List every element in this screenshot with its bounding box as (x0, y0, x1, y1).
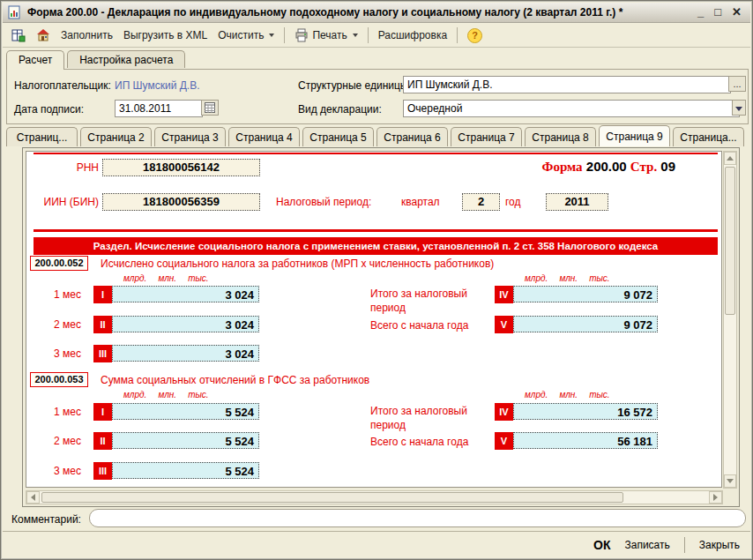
scroll-right-button[interactable] (709, 491, 722, 504)
units-header: млрд. млн. тыс. (123, 390, 209, 399)
toolbar-separator (457, 27, 458, 43)
month-value-field[interactable]: 3 024 (112, 345, 259, 362)
ok-button[interactable]: ОК (593, 538, 610, 552)
print-button[interactable]: Печать (290, 26, 362, 45)
tab-page-6[interactable]: Страница 6 (376, 127, 448, 146)
roman-badge: V (495, 316, 513, 333)
total-value-field[interactable]: 9 072 (513, 286, 658, 302)
year-label: год (505, 196, 521, 208)
print-button-label: Печать (312, 29, 347, 41)
structural-units-more-button[interactable]: ... (728, 76, 746, 92)
tab-page-5[interactable]: Страница 5 (302, 127, 374, 146)
top-rule (34, 153, 718, 154)
chevron-down-icon (735, 107, 742, 111)
quarter-field[interactable]: 2 (462, 193, 500, 211)
scroll-down-button[interactable] (724, 474, 736, 488)
scroll-left-button[interactable] (26, 491, 40, 504)
comment-label: Комментарий: (11, 513, 81, 526)
section-title: Исчислено социального налога за работник… (101, 258, 494, 270)
calendar-icon (205, 102, 216, 114)
section-code-box: 200.00.053 (30, 372, 88, 387)
tab-page-8[interactable]: Страница 8 (525, 127, 596, 146)
total-value-field[interactable]: 56 181 (513, 432, 658, 449)
horizontal-scroll-thumb[interactable] (41, 492, 623, 503)
month-label: 1 мес (26, 406, 81, 418)
maximize-button[interactable]: □ (714, 6, 721, 19)
tab-page-3[interactable]: Страница 3 (154, 127, 226, 146)
year-field[interactable]: 2011 (546, 193, 608, 211)
total-ytd-label: Всего с начала года (370, 435, 494, 449)
title-bar[interactable]: Форма 200.00 - Декларация по индивидуаль… (3, 3, 750, 23)
toolbar-separator (284, 27, 285, 43)
taxpayer-link[interactable]: ИП Шумский Д.В. (115, 79, 200, 92)
close-button[interactable]: ✕ (732, 6, 742, 19)
horizontal-scrollbar[interactable] (26, 490, 723, 504)
comment-input[interactable] (89, 509, 746, 527)
scroll-up-button[interactable] (724, 152, 736, 165)
taxpayer-label: Налогоплательщик: (14, 79, 111, 92)
decrypt-button[interactable]: Расшифровка (374, 26, 451, 44)
tab-page-1[interactable]: Страниц... (6, 127, 78, 146)
chevron-down-icon (269, 34, 274, 37)
roman-badge: V (495, 432, 513, 450)
vertical-scroll-thumb[interactable] (725, 167, 735, 315)
journal-button[interactable] (7, 26, 30, 45)
tab-page-7[interactable]: Страница 7 (451, 127, 522, 146)
clear-button-label: Очистить (218, 29, 264, 41)
export-xml-label: Выгрузить в XML (123, 29, 207, 41)
export-xml-button[interactable]: Выгрузить в XML (119, 26, 212, 44)
units-ths: тыс. (188, 273, 208, 283)
iin-field[interactable]: 181800056359 (102, 193, 260, 211)
iin-label: ИИН (БИН) (26, 196, 99, 208)
month-value-field[interactable]: 5 524 (112, 403, 259, 420)
month-value-field[interactable]: 5 524 (112, 432, 259, 449)
section-rule (34, 229, 718, 232)
declaration-type-select[interactable]: Очередной (403, 100, 740, 117)
section-banner: Раздел. Исчисление социального налога с … (34, 237, 718, 255)
rnn-field[interactable]: 181800056142 (102, 159, 260, 176)
save-button[interactable]: Записать (625, 539, 670, 551)
structural-units-field[interactable]: ИП Шумский Д.В. (403, 76, 731, 93)
vertical-scrollbar[interactable] (723, 151, 737, 489)
printer-icon (294, 28, 309, 42)
toolbar: Заполнить Выгрузить в XML Очистить Печат… (3, 24, 750, 48)
total-value-field[interactable]: 16 572 (513, 403, 658, 420)
close-form-button[interactable]: Закрыть (699, 539, 740, 551)
tab-page-10[interactable]: Страница... (673, 127, 744, 146)
tab-calculation[interactable]: Расчет (6, 50, 64, 70)
journal-icon (11, 28, 26, 42)
calendar-button[interactable] (201, 100, 219, 116)
units-mln: млн. (559, 390, 578, 399)
fill-button[interactable]: Заполнить (56, 26, 117, 44)
minimize-button[interactable]: _ (697, 6, 704, 19)
total-value-field[interactable]: 9 072 (513, 316, 658, 332)
month-label: 1 мес (26, 288, 81, 301)
month-label: 3 мес (26, 347, 81, 360)
roman-badge: I (93, 403, 112, 421)
month-value-field[interactable]: 5 524 (112, 462, 259, 479)
tab-calc-settings[interactable]: Настройка расчета (67, 50, 185, 68)
tab-page-4[interactable]: Страница 4 (228, 127, 300, 146)
declaration-type-dropdown-button[interactable] (732, 100, 746, 116)
month-value-field[interactable]: 3 024 (112, 286, 259, 302)
units-bln: млрд. (525, 390, 548, 399)
window-title: Форма 200.00 - Декларация по индивидуаль… (27, 6, 692, 19)
header-fields-panel: Налогоплательщик: ИП Шумский Д.В. Структ… (6, 69, 749, 124)
declaration-type-label: Вид декларации: (298, 103, 382, 116)
sign-date-field[interactable]: 31.08.2011 (115, 100, 203, 117)
section-title: Сумма социальных отчислений в ГФСС за ра… (101, 374, 369, 386)
quarter-label: квартал (401, 196, 440, 208)
restore-button[interactable] (32, 26, 55, 45)
form-number: 200.00 (586, 159, 627, 174)
clear-button[interactable]: Очистить (213, 26, 279, 44)
units-mln: млн. (158, 273, 176, 283)
help-button[interactable]: ? (463, 26, 487, 46)
units-bln: млрд. (123, 390, 146, 399)
decrypt-button-label: Расшифровка (378, 29, 447, 41)
tab-page-2[interactable]: Страница 2 (80, 127, 152, 146)
month-value-field[interactable]: 3 024 (112, 316, 259, 332)
fill-button-label: Заполнить (61, 29, 113, 41)
tab-page-9[interactable]: Страница 9 (599, 125, 670, 146)
roman-badge: I (93, 286, 112, 303)
arrow-down-icon (727, 479, 734, 483)
